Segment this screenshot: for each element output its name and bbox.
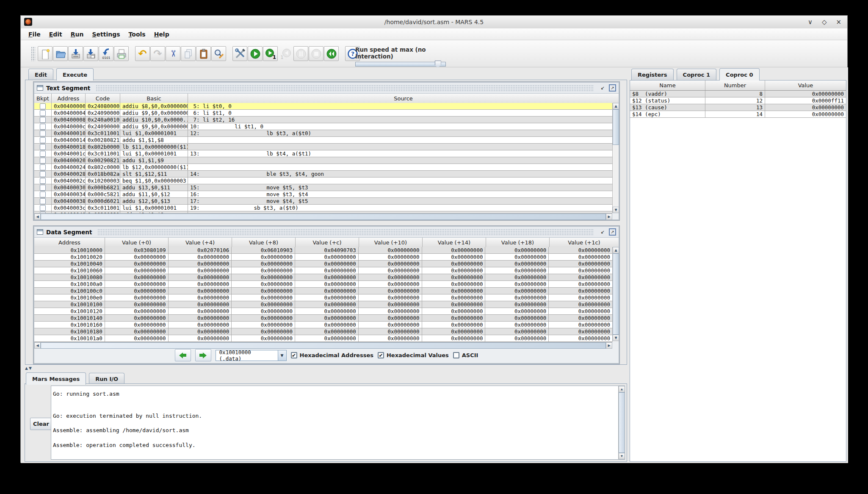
value-cell[interactable]: 0x00000000 <box>549 315 612 321</box>
breakpoint-checkbox[interactable] <box>40 191 46 197</box>
value-cell[interactable]: 0x00000000 <box>359 335 422 341</box>
value-cell[interactable]: 0x00000000 <box>549 322 612 328</box>
value-cell[interactable]: 0x00000000 <box>232 308 295 314</box>
value-cell[interactable]: 0x00000000 <box>549 261 612 267</box>
value-cell[interactable]: 0x00000000 <box>549 254 612 260</box>
value-cell[interactable]: 0x00000000 <box>549 274 612 280</box>
value-cell[interactable]: 0x00000000 <box>295 254 359 260</box>
value-cell[interactable]: 0x00000000 <box>105 281 169 287</box>
clear-button[interactable]: Clear <box>30 418 52 430</box>
value-cell[interactable]: 0x00000000 <box>232 322 295 328</box>
value-cell[interactable]: 0x00000000 <box>169 301 232 308</box>
value-cell[interactable]: 0x00000000 <box>359 254 422 260</box>
ascii-checkbox[interactable]: ASCII <box>453 352 478 358</box>
value-cell[interactable]: 0x00000000 <box>232 315 295 321</box>
value-cell[interactable]: 0x00000000 <box>105 328 169 335</box>
assemble-button[interactable] <box>232 46 247 61</box>
value-cell[interactable]: 0x00000000 <box>422 301 486 308</box>
register-value-cell[interactable]: 0x00000000 <box>765 111 846 117</box>
value-cell[interactable]: 0x00000000 <box>485 315 549 321</box>
value-cell[interactable]: 0x00000000 <box>422 335 486 341</box>
breakpoint-checkbox[interactable] <box>40 103 46 109</box>
cut-button[interactable]: ✂ <box>166 46 180 61</box>
value-cell[interactable]: 0x00000000 <box>422 315 486 321</box>
chevron-down-icon[interactable]: ▼ <box>278 350 286 361</box>
value-cell[interactable]: 0x00000000 <box>422 322 486 328</box>
undo-button[interactable]: ↶ <box>135 46 150 61</box>
title-bar[interactable]: /home/david/sort.asm - MARS 4.5 ∨ ◇ × <box>21 16 847 29</box>
breakpoint-checkbox[interactable] <box>40 117 46 123</box>
value-cell[interactable]: 0x00000000 <box>359 267 422 274</box>
tab-run-io[interactable]: Run I/O <box>89 373 124 384</box>
data-segment-titlebar[interactable]: Data Segment ↙ ↗ <box>34 227 619 238</box>
value-cell[interactable]: 0x00000000 <box>105 267 169 274</box>
messages-textarea[interactable]: Go: running sort.asmGo: execution termin… <box>51 386 625 460</box>
value-cell[interactable]: 0x00000000 <box>549 328 612 335</box>
checkbox-icon[interactable] <box>453 352 459 358</box>
window-minimize-button[interactable]: ∨ <box>808 18 813 26</box>
scroll-down-icon[interactable]: ▼ <box>613 207 619 213</box>
window-maximize-button[interactable]: ◇ <box>822 18 827 26</box>
value-cell[interactable]: 0x00000000 <box>422 247 486 253</box>
value-cell[interactable]: 0x00000000 <box>485 335 549 341</box>
save-as-button[interactable] <box>83 46 98 61</box>
value-cell[interactable]: 0x00000000 <box>359 261 422 267</box>
value-cell[interactable]: 0x00000000 <box>232 301 295 308</box>
scroll-thumb[interactable] <box>41 214 606 220</box>
value-cell[interactable]: 0x04090703 <box>295 247 359 253</box>
value-cell[interactable]: 0x00000000 <box>295 267 359 274</box>
value-cell[interactable]: 0x00000000 <box>549 288 612 294</box>
value-cell[interactable]: 0x00000000 <box>549 267 612 274</box>
value-cell[interactable]: 0x00000000 <box>169 335 232 341</box>
frame-minimize-icon[interactable]: ↙ <box>599 85 606 92</box>
value-cell[interactable]: 0x00000000 <box>422 308 486 314</box>
value-cell[interactable]: 0x00000000 <box>359 274 422 280</box>
tab-registers[interactable]: Registers <box>631 69 674 80</box>
scroll-up-icon[interactable]: ▲ <box>613 247 619 253</box>
checkbox-icon[interactable]: ✔ <box>291 352 297 358</box>
value-cell[interactable]: 0x00000000 <box>485 281 549 287</box>
value-cell[interactable]: 0x03080109 <box>105 247 169 253</box>
register-value-cell[interactable]: 0x00000000 <box>765 104 846 111</box>
scroll-down-icon[interactable]: ▼ <box>619 453 625 459</box>
value-cell[interactable]: 0x00000000 <box>485 328 549 335</box>
value-cell[interactable]: 0x00000000 <box>359 288 422 294</box>
frame-maximize-icon[interactable]: ↗ <box>609 84 616 92</box>
value-cell[interactable]: 0x00000000 <box>485 261 549 267</box>
value-cell[interactable]: 0x00000000 <box>169 294 232 301</box>
value-cell[interactable]: 0x00000000 <box>105 322 169 328</box>
value-cell[interactable]: 0x00000000 <box>232 281 295 287</box>
value-cell[interactable]: 0x00000000 <box>105 308 169 314</box>
value-cell[interactable]: 0x02070106 <box>169 247 232 253</box>
menu-item[interactable]: Edit <box>45 30 66 39</box>
scroll-thumb[interactable] <box>613 109 619 145</box>
prev-memory-range-button[interactable] <box>175 349 191 361</box>
open-file-button[interactable] <box>53 46 68 61</box>
value-cell[interactable]: 0x00000000 <box>549 294 612 301</box>
run-button[interactable] <box>248 46 263 61</box>
text-segment-hscrollbar[interactable]: ◀ ▶ <box>34 213 612 219</box>
value-cell[interactable]: 0x00000000 <box>359 328 422 335</box>
value-cell[interactable]: 0x00000000 <box>359 301 422 308</box>
scroll-left-icon[interactable]: ◀ <box>34 214 41 220</box>
copy-button[interactable] <box>181 46 196 61</box>
breakpoint-checkbox[interactable] <box>40 178 46 184</box>
value-cell[interactable]: 0x00000000 <box>485 322 549 328</box>
value-cell[interactable]: 0x00000000 <box>422 261 486 267</box>
value-cell[interactable]: 0x00000000 <box>295 322 359 328</box>
value-cell[interactable]: 0x00000000 <box>105 294 169 301</box>
value-cell[interactable]: 0x00000000 <box>485 274 549 280</box>
value-cell[interactable]: 0x00000000 <box>169 288 232 294</box>
value-cell[interactable]: 0x00000000 <box>232 254 295 260</box>
dump-memory-button[interactable]: 0101 <box>99 46 113 61</box>
value-cell[interactable]: 0x00000000 <box>169 254 232 260</box>
memory-base-select[interactable]: 0x10010000 (.data) ▼ <box>216 350 287 361</box>
next-memory-range-button[interactable] <box>195 349 211 361</box>
scroll-down-icon[interactable]: ▼ <box>613 335 619 341</box>
frame-maximize-icon[interactable]: ↗ <box>609 228 616 236</box>
breakpoint-checkbox[interactable] <box>40 130 46 136</box>
menu-item[interactable]: Help <box>150 30 174 39</box>
scroll-up-icon[interactable]: ▲ <box>619 386 625 392</box>
save-button[interactable] <box>68 46 83 61</box>
tab-mars-messages[interactable]: Mars Messages <box>26 372 86 385</box>
